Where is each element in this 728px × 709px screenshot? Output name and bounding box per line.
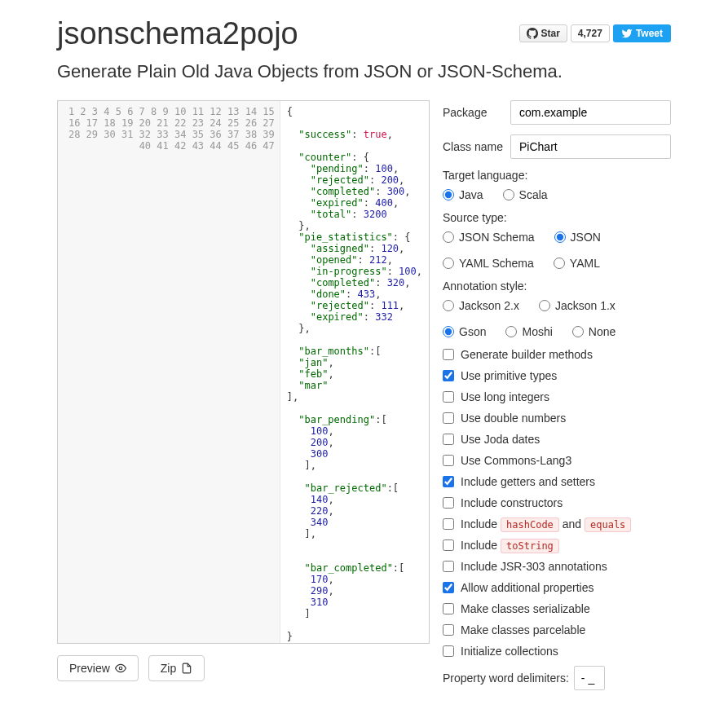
tweet-label: Tweet [636,28,663,39]
radio-gson[interactable]: Gson [443,325,486,338]
annotation-style-label: Annotation style: [443,280,671,293]
radio-yaml[interactable]: YAML [554,257,600,270]
check-additional[interactable]: Allow additional properties [443,581,671,594]
delimiters-label: Property word delimiters: [443,672,569,685]
eye-icon [115,663,126,674]
star-label: Star [541,28,560,39]
check-commons[interactable]: Use Commons-Lang3 [443,454,671,467]
check-tostring[interactable]: Include toString [443,539,671,552]
check-jsr303[interactable]: Include JSR-303 annotations [443,560,671,573]
source-type-label: Source type: [443,211,671,224]
json-editor[interactable]: 1 2 3 4 5 6 7 8 9 10 11 12 13 14 15 16 1… [57,100,430,644]
twitter-icon [621,28,633,39]
zip-label: Zip [161,662,176,675]
editor-gutter: 1 2 3 4 5 6 7 8 9 10 11 12 13 14 15 16 1… [58,101,280,643]
tweet-button[interactable]: Tweet [613,24,671,42]
preview-button[interactable]: Preview [57,655,139,681]
zip-button[interactable]: Zip [148,655,205,681]
radio-moshi[interactable]: Moshi [505,325,552,338]
check-joda[interactable]: Use Joda dates [443,433,671,446]
radio-none[interactable]: None [572,325,615,338]
tostring-chip: toString [501,539,559,553]
preview-label: Preview [69,662,110,675]
check-parcelable[interactable]: Make classes parcelable [443,623,671,636]
target-language-label: Target language: [443,169,671,182]
check-double[interactable]: Use double numbers [443,412,671,425]
file-icon [181,663,192,674]
header-buttons: Star 4,727 Tweet [519,24,672,42]
radio-yamlschema[interactable]: YAML Schema [443,257,534,270]
check-getset[interactable]: Include getters and setters [443,475,671,488]
package-input[interactable] [510,100,671,125]
radio-jackson2[interactable]: Jackson 2.x [443,299,519,312]
classname-input[interactable] [510,134,671,159]
github-icon [527,28,538,39]
github-star-button[interactable]: Star [519,24,567,42]
package-label: Package [443,106,504,119]
radio-jsonschema[interactable]: JSON Schema [443,231,535,244]
page-title: jsonschema2pojo [57,16,298,51]
check-hashcode[interactable]: Include hashCode and equals [443,517,671,531]
github-star-count[interactable]: 4,727 [571,24,610,42]
svg-point-0 [119,667,122,670]
radio-json[interactable]: JSON [554,231,601,244]
check-initcoll[interactable]: Initialize collections [443,645,671,658]
classname-label: Class name [443,140,504,153]
check-builder[interactable]: Generate builder methods [443,348,671,361]
hashcode-chip: hashCode [501,517,559,532]
check-primitive[interactable]: Use primitive types [443,369,671,382]
check-long[interactable]: Use long integers [443,390,671,403]
equals-chip: equals [585,517,631,532]
radio-java[interactable]: Java [443,188,483,201]
check-serializable[interactable]: Make classes serializable [443,602,671,615]
delimiters-input[interactable] [574,666,605,690]
page-subtitle: Generate Plain Old Java Objects from JSO… [57,61,671,82]
radio-jackson1[interactable]: Jackson 1.x [539,299,615,312]
radio-scala[interactable]: Scala [503,188,548,201]
editor-content[interactable]: { "success": true, "counter": { "pending… [280,101,429,643]
check-constructors[interactable]: Include constructors [443,496,671,509]
